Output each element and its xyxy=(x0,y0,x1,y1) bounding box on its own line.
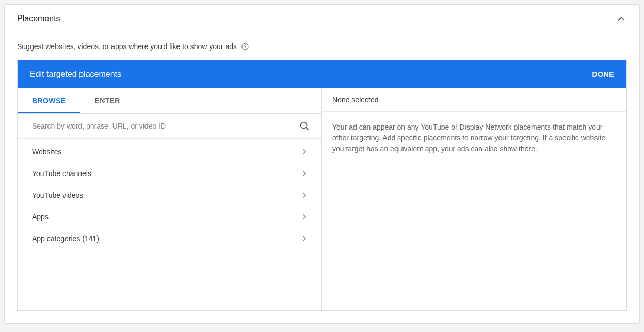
chevron-right-icon xyxy=(300,191,309,200)
chevron-right-icon xyxy=(300,147,309,156)
svg-point-1 xyxy=(245,48,246,49)
category-youtube-channels[interactable]: YouTube channels xyxy=(18,163,321,184)
svg-line-3 xyxy=(306,128,308,130)
tab-browse[interactable]: BROWSE xyxy=(18,88,80,113)
right-column: None selected Your ad can appear on any … xyxy=(322,88,626,310)
card-header[interactable]: Placements xyxy=(5,5,639,33)
category-websites[interactable]: Websites xyxy=(18,141,321,163)
suggest-text: Suggest websites, videos, or apps where … xyxy=(17,42,237,51)
chevron-right-icon xyxy=(300,169,309,178)
selection-header: None selected xyxy=(322,88,626,112)
card-title: Placements xyxy=(17,14,60,23)
category-label: Apps xyxy=(32,213,49,221)
chevron-right-icon xyxy=(300,234,309,243)
search-input[interactable] xyxy=(32,119,299,133)
panel-header: Edit targeted placements DONE xyxy=(18,60,626,88)
search-icon[interactable] xyxy=(299,120,310,132)
panel-content: BROWSE ENTER Websites xyxy=(18,88,626,310)
chevron-right-icon xyxy=(300,212,309,222)
category-label: YouTube videos xyxy=(32,191,83,199)
category-apps[interactable]: Apps xyxy=(18,206,321,228)
tab-enter[interactable]: ENTER xyxy=(80,88,134,113)
card-body: Suggest websites, videos, or apps where … xyxy=(5,33,639,323)
left-column: BROWSE ENTER Websites xyxy=(18,88,322,310)
suggest-row: Suggest websites, videos, or apps where … xyxy=(17,42,627,51)
chevron-up-icon[interactable] xyxy=(616,13,627,24)
category-app-categories[interactable]: App categories (141) xyxy=(18,228,321,249)
selection-description: Your ad can appear on any YouTube or Dis… xyxy=(322,112,626,165)
edit-panel: Edit targeted placements DONE BROWSE ENT… xyxy=(17,60,627,311)
category-label: Websites xyxy=(32,148,61,156)
svg-point-0 xyxy=(242,43,248,50)
category-list: Websites YouTube channels xyxy=(18,139,321,251)
tabs: BROWSE ENTER xyxy=(18,88,321,114)
category-label: YouTube channels xyxy=(32,169,91,178)
done-button[interactable]: DONE xyxy=(592,70,614,78)
placements-card: Placements Suggest websites, videos, or … xyxy=(4,4,640,324)
search-row xyxy=(18,114,321,139)
category-youtube-videos[interactable]: YouTube videos xyxy=(18,184,321,206)
category-label: App categories (141) xyxy=(32,234,99,243)
panel-header-title: Edit targeted placements xyxy=(30,70,121,79)
help-icon[interactable] xyxy=(241,42,249,51)
